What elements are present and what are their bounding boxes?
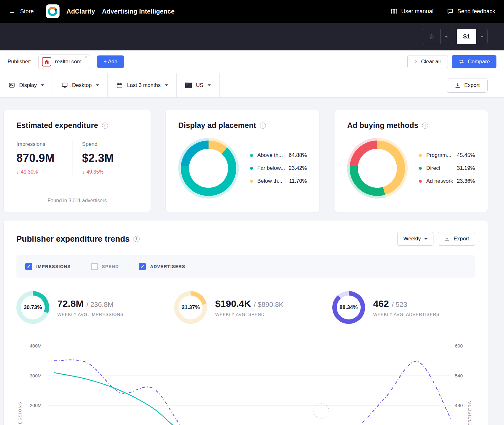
interval-select[interactable]: Weekly	[397, 232, 433, 246]
chevron-down-icon	[480, 36, 484, 37]
add-publisher-button[interactable]: + Add	[97, 55, 124, 68]
filter-date-range-label: Last 3 months	[127, 82, 161, 89]
toggle-label: SPEND	[102, 264, 119, 269]
preset-dropdown[interactable]	[476, 29, 488, 44]
legend-item[interactable]: Below th... 11.70%	[250, 178, 307, 184]
us-flag-icon	[185, 82, 192, 89]
info-icon[interactable]	[102, 123, 108, 129]
summary-value: 462	[373, 298, 389, 309]
favorite-button-group: ☆	[423, 29, 452, 44]
legend-dot	[250, 154, 253, 157]
legend-dot	[419, 180, 422, 183]
publisher-label: Publisher:	[8, 59, 32, 65]
legend-item[interactable]: Above th... 64.88%	[250, 152, 307, 158]
toggle-impressions[interactable]: IMPRESSIONS	[25, 263, 71, 270]
trends-title: Publisher expenditure trends	[16, 234, 130, 244]
placement-legend: Above th... 64.88% Far below... 23.42% B…	[250, 152, 307, 184]
store-back-link[interactable]: ← Store	[9, 8, 34, 15]
chevron-down-icon	[165, 84, 168, 86]
legend-value: 45.45%	[453, 152, 475, 158]
summary-caption: WEEKLY AVG. IMPRESSIONS	[57, 312, 123, 317]
publisher-chip[interactable]: realtor.com ✕	[38, 55, 90, 69]
advertisers-footnote: Found in 3,011 advertisers	[16, 188, 138, 204]
legend-item[interactable]: Ad network 23.36%	[419, 178, 475, 184]
compare-button[interactable]: Compare	[452, 55, 496, 68]
user-manual-label: User manual	[401, 8, 433, 15]
favorite-button[interactable]: ☆	[423, 29, 441, 44]
preset-label: S1	[463, 33, 470, 40]
filter-device[interactable]: Desktop	[53, 73, 108, 97]
filter-country[interactable]: US	[177, 73, 220, 97]
store-label: Store	[20, 8, 34, 15]
summary-total: $890.8K	[254, 301, 284, 309]
legend-label: Ad network	[426, 178, 453, 184]
info-icon[interactable]	[134, 236, 140, 242]
app-title: AdClarity – Advertising Intelligence	[66, 8, 175, 15]
spend-metric: Spend $2.3M ↓ 49.35%	[72, 141, 138, 175]
publisher-chip-label: realtor.com	[55, 59, 82, 65]
info-icon[interactable]	[260, 123, 266, 129]
publisher-bar: Publisher: realtor.com ✕ + Add ✕ Clear a…	[0, 50, 504, 73]
toggle-spend[interactable]: SPEND	[91, 263, 119, 270]
chevron-down-icon	[208, 84, 211, 86]
card-title: Display ad placement	[178, 121, 256, 130]
display-ads-icon	[9, 82, 15, 89]
impressions-change-value: 49.30%	[21, 169, 38, 175]
ad-buying-methods-card: Ad buying methods Program... 45.45%	[335, 110, 488, 212]
donut-hole	[358, 149, 397, 188]
legend-item[interactable]: Program... 45.45%	[419, 152, 475, 158]
impressions-change: ↓ 49.30%	[16, 169, 72, 175]
advertisers-gauge: 88.34%	[332, 291, 365, 324]
legend-label: Below th...	[257, 178, 282, 184]
overview-cards-row: Estimated expenditure Impressions 870.9M…	[4, 110, 488, 212]
trends-export-label: Export	[454, 236, 469, 242]
user-manual-link[interactable]: User manual	[391, 8, 433, 15]
clear-all-button[interactable]: ✕ Clear all	[407, 55, 448, 68]
svg-text:300M: 300M	[30, 373, 42, 378]
book-icon	[391, 8, 398, 15]
realtor-logo-icon	[42, 57, 51, 66]
series-toggle-bar: IMPRESSIONS SPEND ADVERTISERS	[16, 255, 475, 278]
compare-icon	[458, 59, 465, 65]
trends-controls: Weekly Export	[397, 232, 475, 246]
summary-impressions: 30.73% 72.8M 236.8M WEEKLY AVG. IMPRESSI…	[16, 291, 159, 324]
favorite-dropdown[interactable]	[441, 29, 452, 44]
filter-media-type[interactable]: Display	[0, 73, 53, 97]
chip-close-icon[interactable]: ✕	[85, 55, 88, 59]
export-button[interactable]: Export	[447, 78, 488, 93]
send-feedback-link[interactable]: Send feedback	[447, 8, 495, 15]
adclarity-logo	[46, 4, 60, 18]
trends-export-button[interactable]: Export	[438, 232, 475, 246]
filter-date-range[interactable]: Last 3 months	[108, 73, 177, 97]
top-bar: ← Store AdClarity – Advertising Intellig…	[0, 0, 504, 23]
summary-spend: 21.37% $190.4K $890.8K WEEKLY AVG. SPEND	[174, 291, 317, 324]
legend-dot	[250, 180, 253, 183]
svg-text:600: 600	[455, 343, 463, 348]
checkbox-icon	[91, 263, 98, 270]
legend-item[interactable]: Far below... 23.42%	[250, 165, 307, 171]
legend-item[interactable]: Direct 31.19%	[419, 165, 475, 171]
toggle-label: ADVERTISERS	[150, 264, 185, 269]
summary-total: 236.8M	[86, 301, 113, 309]
svg-text:200M: 200M	[30, 403, 42, 408]
impressions-value: 870.9M	[16, 152, 72, 165]
export-label: Export	[464, 82, 480, 89]
clear-all-label: Clear all	[421, 59, 441, 65]
legend-label: Program...	[426, 152, 451, 158]
placement-donut-chart	[178, 138, 239, 198]
summary-value: 72.8M	[57, 298, 83, 309]
legend-label: Far below...	[257, 165, 285, 171]
legend-value: 23.42%	[285, 165, 307, 171]
back-arrow-icon: ←	[9, 8, 16, 15]
legend-value: 31.19%	[453, 165, 475, 171]
toggle-advertisers[interactable]: ADVERTISERS	[139, 263, 185, 270]
impressions-label: Impressions	[16, 141, 72, 147]
legend-label: Direct	[426, 165, 440, 171]
donut-hole	[189, 149, 228, 188]
checkbox-icon	[25, 263, 32, 270]
preset-button[interactable]: S1	[457, 29, 476, 44]
download-icon	[444, 236, 450, 242]
interval-label: Weekly	[403, 236, 421, 242]
info-icon[interactable]	[422, 123, 428, 129]
publisher-actions: ✕ Clear all Compare	[407, 55, 496, 68]
